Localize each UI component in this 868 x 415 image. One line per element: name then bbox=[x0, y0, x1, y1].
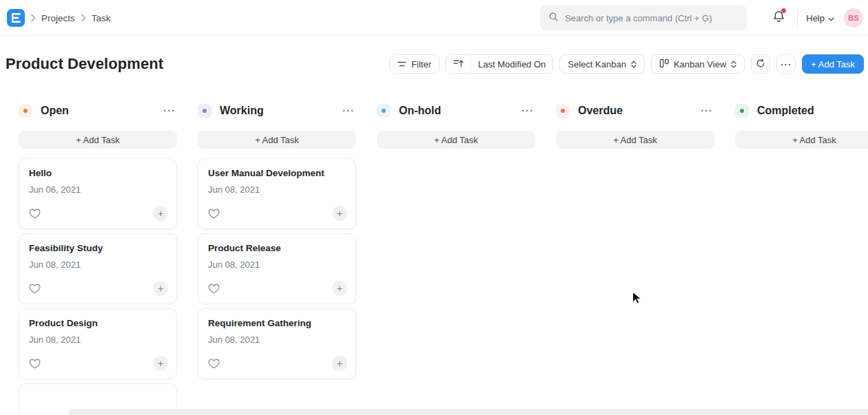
add-task-button[interactable]: + Add Task bbox=[802, 54, 864, 74]
task-card[interactable]: Hello Jun 06, 2021 + bbox=[19, 158, 177, 229]
kanban-view-icon bbox=[659, 58, 669, 70]
task-card-date: Jun 08, 2021 bbox=[208, 334, 346, 345]
column-title: Open bbox=[41, 105, 162, 117]
task-card-title: Feasibility Study bbox=[29, 243, 167, 253]
search-placeholder: Search or type a command (Ctrl + G) bbox=[565, 13, 712, 23]
chevron-up-down-icon bbox=[631, 61, 637, 68]
assign-plus-button[interactable]: + bbox=[153, 206, 168, 221]
heart-icon[interactable] bbox=[29, 209, 41, 219]
heart-icon[interactable] bbox=[208, 284, 220, 294]
sort-direction-button[interactable] bbox=[446, 55, 471, 73]
assign-plus-button[interactable]: + bbox=[153, 281, 168, 296]
search-icon bbox=[548, 12, 559, 25]
horizontal-scrollbar[interactable] bbox=[69, 409, 868, 415]
task-card-title: User Manual Development bbox=[208, 168, 346, 178]
assign-plus-button[interactable]: + bbox=[153, 356, 168, 371]
app-window: Projects Task Search or type a command (… bbox=[0, 0, 868, 415]
sort-button-group: Last Modified On bbox=[446, 54, 553, 74]
column-add-task-button[interactable]: + Add Task bbox=[198, 131, 356, 149]
bell-icon bbox=[772, 14, 785, 25]
filter-button[interactable]: Filter bbox=[389, 54, 440, 74]
column-title: On-hold bbox=[399, 105, 520, 117]
status-dot-icon bbox=[203, 109, 207, 113]
toolbar: Filter Last Modified On Select Kanban bbox=[389, 54, 864, 74]
ellipsis-icon: ··· bbox=[781, 59, 792, 70]
task-card-footer: + bbox=[208, 356, 347, 371]
app-logo[interactable] bbox=[7, 9, 25, 27]
task-card-date: Jun 08, 2021 bbox=[208, 184, 346, 195]
chevron-up-down-icon bbox=[731, 61, 736, 68]
task-card[interactable]: Requirement Gathering Jun 08, 2021 + bbox=[198, 308, 356, 379]
assign-plus-button[interactable]: + bbox=[332, 206, 347, 221]
column-header: Open ··· bbox=[19, 103, 177, 118]
heart-icon[interactable] bbox=[29, 359, 41, 369]
column-header: Completed ··· bbox=[735, 103, 868, 118]
task-card-date: Jun 08, 2021 bbox=[29, 334, 167, 345]
task-card-footer: + bbox=[29, 356, 168, 371]
task-card-footer: + bbox=[208, 281, 347, 296]
select-kanban-dropdown[interactable]: Select Kanban bbox=[559, 54, 645, 74]
task-card-date: Jun 06, 2021 bbox=[29, 184, 167, 195]
heart-icon[interactable] bbox=[208, 359, 220, 369]
task-card[interactable]: Feasibility Study Jun 08, 2021 + bbox=[19, 233, 177, 304]
sort-field-button[interactable]: Last Modified On bbox=[471, 55, 552, 73]
task-card[interactable]: Product Release Jun 08, 2021 + bbox=[198, 233, 356, 304]
kanban-column: On-hold ··· + Add Task bbox=[377, 103, 535, 415]
column-status-badge bbox=[556, 104, 570, 118]
add-task-label: + Add Task bbox=[811, 59, 855, 70]
task-card[interactable]: Product Design Jun 08, 2021 + bbox=[19, 308, 177, 379]
status-dot-icon bbox=[23, 109, 28, 113]
assign-plus-button[interactable]: + bbox=[332, 356, 347, 371]
breadcrumb: Projects Task bbox=[30, 0, 111, 36]
navbar-right: Help BS bbox=[772, 0, 868, 36]
column-status-badge bbox=[19, 104, 32, 118]
navbar-divider bbox=[797, 10, 798, 26]
breadcrumb-projects[interactable]: Projects bbox=[41, 13, 75, 23]
view-switcher-dropdown[interactable]: Kanban View bbox=[651, 54, 745, 74]
task-card-title: Requirement Gathering bbox=[208, 318, 346, 328]
assign-plus-button[interactable]: + bbox=[332, 281, 347, 296]
filter-label: Filter bbox=[411, 59, 431, 70]
column-add-task-button[interactable]: + Add Task bbox=[19, 131, 177, 149]
task-card-footer: + bbox=[208, 206, 347, 221]
task-card-footer: + bbox=[29, 281, 168, 296]
column-menu-button[interactable]: ··· bbox=[699, 107, 714, 114]
kanban-column: Open ··· + Add Task Hello Jun 06, 2021 +… bbox=[19, 103, 177, 415]
column-add-task-button[interactable]: + Add Task bbox=[377, 131, 535, 149]
task-card-footer: + bbox=[29, 206, 168, 221]
column-cards: Hello Jun 06, 2021 + Feasibility Study J… bbox=[19, 158, 177, 415]
kanban-column: Overdue ··· + Add Task bbox=[556, 103, 714, 415]
chevron-right-icon bbox=[30, 14, 36, 22]
column-add-task-button[interactable]: + Add Task bbox=[556, 131, 714, 149]
column-status-badge bbox=[735, 104, 749, 118]
erpnext-logo-icon bbox=[11, 13, 21, 23]
view-label: Kanban View bbox=[674, 59, 726, 70]
status-dot-icon bbox=[382, 109, 386, 113]
column-menu-button[interactable]: ··· bbox=[520, 107, 535, 114]
task-card-date: Jun 08, 2021 bbox=[29, 259, 167, 270]
column-menu-button[interactable]: ··· bbox=[341, 107, 356, 114]
heart-icon[interactable] bbox=[29, 284, 41, 294]
column-add-task-button[interactable]: + Add Task bbox=[735, 131, 868, 149]
user-avatar[interactable]: BS bbox=[844, 8, 863, 28]
column-cards: User Manual Development Jun 08, 2021 + P… bbox=[198, 158, 356, 379]
column-title: Overdue bbox=[578, 105, 699, 117]
menu-button[interactable]: ··· bbox=[776, 54, 796, 74]
breadcrumb-task[interactable]: Task bbox=[92, 13, 111, 23]
refresh-button[interactable] bbox=[751, 54, 770, 74]
refresh-icon bbox=[756, 58, 765, 70]
help-menu[interactable]: Help bbox=[806, 13, 834, 23]
column-header: On-hold ··· bbox=[377, 103, 535, 118]
column-header: Overdue ··· bbox=[556, 103, 714, 118]
heart-icon[interactable] bbox=[208, 209, 220, 219]
chevron-down-icon bbox=[828, 13, 834, 23]
task-card[interactable]: User Manual Development Jun 08, 2021 + bbox=[198, 158, 356, 229]
column-title: Working bbox=[220, 105, 341, 117]
column-header: Working ··· bbox=[198, 103, 356, 118]
column-menu-button[interactable]: ··· bbox=[162, 107, 177, 114]
help-label: Help bbox=[806, 13, 825, 23]
sort-ascending-icon bbox=[453, 59, 464, 70]
search-input[interactable]: Search or type a command (Ctrl + G) bbox=[540, 6, 747, 30]
chevron-right-icon bbox=[81, 14, 86, 22]
notifications-button[interactable] bbox=[772, 10, 785, 26]
